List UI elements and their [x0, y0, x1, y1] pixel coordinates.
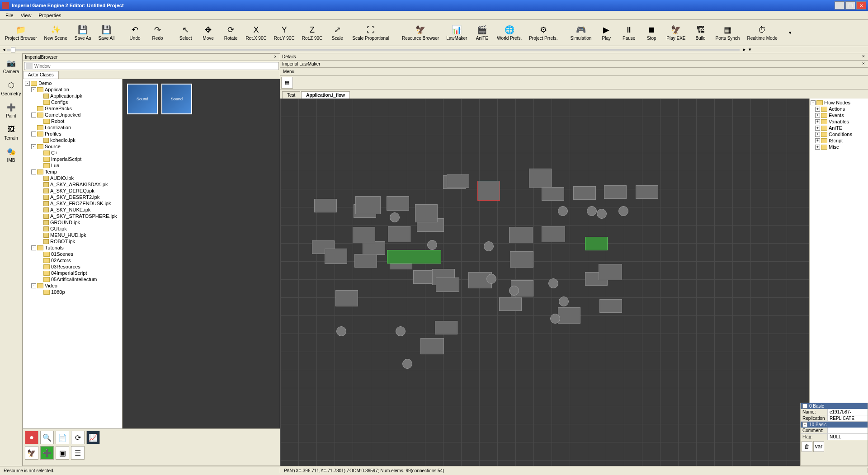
tree-node[interactable]: -Source	[24, 143, 121, 150]
tree-node[interactable]: -Temp	[24, 169, 121, 175]
document-icon[interactable]: 📄	[56, 431, 69, 444]
flow-node[interactable]	[558, 307, 580, 324]
tool-rot-x-90c[interactable]: XRot.X 90C	[243, 24, 270, 42]
flow-event-node[interactable]	[396, 326, 406, 336]
stats-icon[interactable]: 📈	[86, 431, 100, 444]
tool-project-browser[interactable]: 📁Project Browser	[2, 24, 40, 42]
tree-node[interactable]: GUI.ipk	[24, 226, 121, 232]
tree-node[interactable]: GamePacks	[24, 105, 121, 112]
tree-expander-icon[interactable]: -	[31, 283, 36, 288]
tool-scale[interactable]: ⤢Scale	[326, 24, 348, 42]
tool-pause[interactable]: ⏸Pause	[618, 24, 640, 42]
flow-node[interactable]	[387, 250, 441, 263]
flow-node[interactable]	[363, 241, 385, 255]
tree-node[interactable]: Localization	[24, 124, 121, 131]
flow-node[interactable]	[599, 299, 622, 313]
flow-event-node[interactable]	[427, 240, 437, 250]
flow-category[interactable]: +IScript	[811, 137, 867, 144]
flow-node[interactable]	[314, 199, 337, 212]
slider-track[interactable]	[7, 49, 740, 51]
search-icon[interactable]: 🔍	[40, 431, 54, 444]
menu-properties[interactable]: Properties	[35, 12, 65, 19]
flow-node[interactable]	[354, 254, 377, 268]
flow-node[interactable]	[599, 264, 622, 280]
tree-node[interactable]: A_SKY_DESERT2.ipk	[24, 194, 121, 200]
flow-event-node[interactable]	[402, 359, 412, 369]
tool-save-all[interactable]: 💾Save All	[95, 24, 118, 42]
lawmaker-tab[interactable]: Application.i_flow	[301, 91, 350, 99]
flow-node[interactable]	[387, 196, 409, 211]
tool-new-scene[interactable]: ✨New Scene	[41, 24, 71, 42]
property-value[interactable]: e1917b87-	[828, 409, 868, 415]
tree-expander-icon[interactable]: -	[31, 87, 36, 92]
flow-category[interactable]: +Actions	[811, 106, 867, 112]
browser-close-icon[interactable]: ×	[273, 55, 278, 60]
slider-arrow-right[interactable]: ▸	[743, 47, 746, 52]
flow-category[interactable]: +Events	[811, 112, 867, 118]
resource-thumbnail[interactable]: Sound	[161, 84, 192, 114]
flow-node[interactable]	[388, 226, 410, 242]
tree-node[interactable]: ImperialScript	[24, 156, 121, 162]
tool-rot-z-90c[interactable]: ZRot.Z 90C	[299, 24, 326, 42]
props-section-header[interactable]: -0 Basic	[801, 403, 868, 409]
tree-expander-icon[interactable]: -	[25, 81, 30, 86]
tool-scale-proportional[interactable]: ⛶Scale Proportional	[349, 24, 392, 42]
tree-expander-icon[interactable]: +	[815, 107, 820, 112]
tree-node[interactable]: 1080p	[24, 289, 121, 295]
flow-category[interactable]: +Misc	[811, 144, 867, 150]
lawmaker-menu-item[interactable]: Menu	[283, 69, 294, 74]
slider-thumb[interactable]	[11, 47, 15, 52]
tool-play[interactable]: ▶Play	[595, 24, 617, 42]
tool-lawmaker[interactable]: 📊LawMaker	[443, 24, 470, 42]
flow-node[interactable]	[477, 181, 500, 201]
lawmaker-close-icon[interactable]: ×	[861, 61, 866, 67]
browser-path-bar[interactable]: Window	[24, 62, 279, 70]
slider-dropdown[interactable]: ▾	[749, 47, 751, 52]
tree-node[interactable]: -Tutorials	[24, 245, 121, 251]
tree-expander-icon[interactable]: +	[815, 132, 820, 137]
flow-node[interactable]	[436, 277, 459, 292]
flow-event-node[interactable]	[559, 296, 569, 306]
project-tree[interactable]: -Demo-ApplicationApplication.ipkConfigsG…	[23, 79, 123, 428]
tree-expander-icon[interactable]: -	[31, 245, 36, 250]
lawmaker-tool-icon[interactable]: ▦	[281, 77, 293, 89]
flow-event-node[interactable]	[486, 274, 496, 284]
flow-node[interactable]	[499, 297, 522, 311]
slider-arrow-left[interactable]: ◂	[3, 47, 5, 52]
tool-project-prrefs-[interactable]: ⚙Project Prrefs.	[526, 24, 561, 42]
property-value[interactable]: REPLICATE	[828, 415, 868, 421]
tree-node[interactable]: -Profiles	[24, 131, 121, 137]
property-value[interactable]: NULL	[828, 434, 868, 440]
property-value[interactable]	[828, 428, 868, 433]
tree-expander-icon[interactable]: +	[815, 119, 820, 124]
flow-category[interactable]: +AniTE	[811, 125, 867, 131]
tool-move[interactable]: ✥Move	[198, 24, 219, 42]
flow-event-node[interactable]	[587, 206, 597, 216]
flow-event-node[interactable]	[336, 326, 346, 336]
flow-event-node[interactable]	[484, 241, 494, 251]
add-icon[interactable]: ➕	[40, 446, 54, 460]
flow-node[interactable]	[325, 249, 347, 264]
flow-event-node[interactable]	[509, 286, 519, 296]
delete-icon[interactable]: 🗑	[802, 441, 812, 452]
tool-anite[interactable]: 🎬AniTE	[471, 24, 493, 42]
flow-node[interactable]	[435, 321, 458, 334]
maximize-button[interactable]: ❐	[845, 1, 855, 9]
flow-node[interactable]	[509, 227, 533, 243]
graph-canvas[interactable]	[280, 99, 809, 466]
flow-event-node[interactable]	[597, 209, 607, 219]
props-section-header[interactable]: -10 Basic	[801, 422, 868, 428]
flow-node[interactable]	[636, 185, 658, 199]
lawmaker-tab[interactable]: Test	[282, 91, 300, 99]
tool-undo[interactable]: ↶Undo	[124, 24, 146, 42]
frame-icon[interactable]: ▣	[56, 446, 69, 460]
tree-expander-icon[interactable]: +	[815, 126, 820, 131]
tool-resource-browser[interactable]: 🦅Resource Browser	[399, 24, 442, 42]
tree-node[interactable]: Configs	[24, 99, 121, 105]
tree-node[interactable]: ROBOT.ipk	[24, 238, 121, 245]
flow-node[interactable]	[529, 169, 552, 188]
tool-realtime-mode[interactable]: ⏱Realtime Mode	[744, 24, 780, 42]
tree-node[interactable]: 01Scenes	[24, 251, 121, 257]
close-button[interactable]: ✕	[856, 1, 866, 9]
left-tool-terrain[interactable]: 🖼Terrain	[2, 122, 20, 143]
